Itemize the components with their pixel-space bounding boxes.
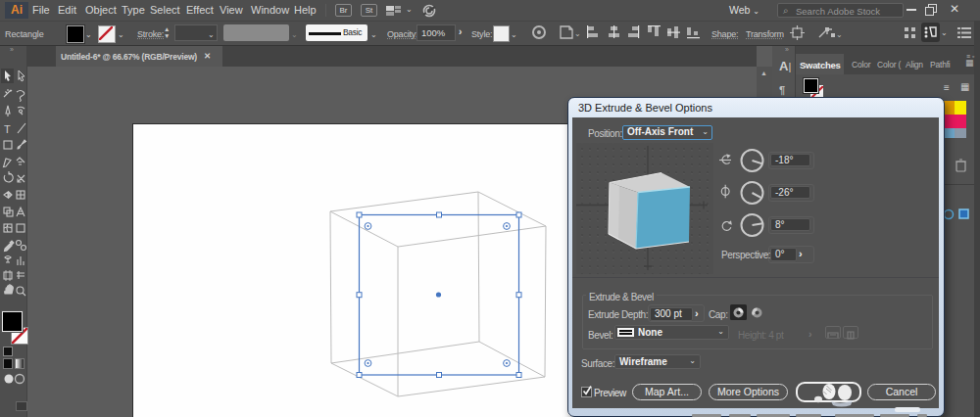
svg-text:T: T (4, 123, 11, 135)
